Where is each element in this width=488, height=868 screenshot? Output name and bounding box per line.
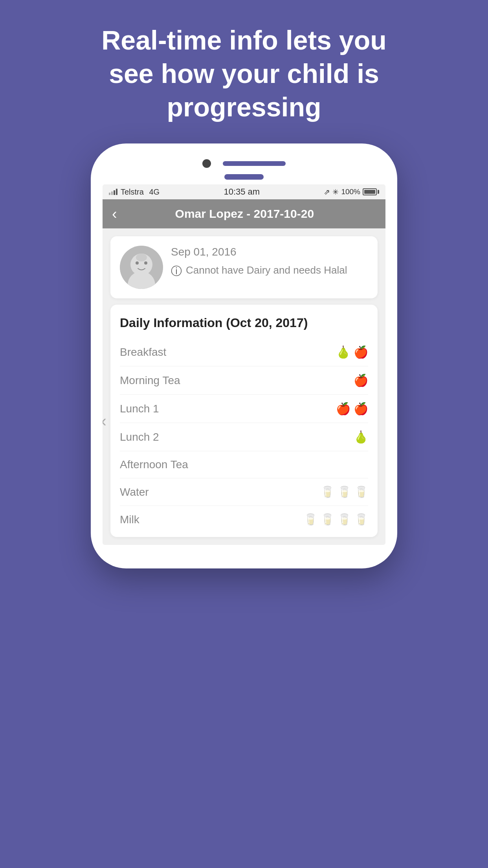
signal-bar-3 [114,190,115,195]
meal-row-breakfast[interactable]: Breakfast 🍐 🍎 [120,338,368,366]
meal-icons-water: 🥛 🥛 🥛 [321,485,368,498]
meal-label-afternoon-tea: Afternoon Tea [120,458,188,471]
meal-icons-milk: 🥛 🥛 🥛 🥛 [304,513,368,526]
battery-icon [363,188,379,195]
food-icon-apple: 🍎 [354,345,368,359]
daily-title: Daily Information (Oct 20, 2017) [120,316,368,330]
food-icon-pear-2: 🍐 [354,430,368,444]
food-icon-apple-2: 🍎 [354,373,368,387]
meal-row-lunch1[interactable]: Lunch 1 🍎 🍎 [120,395,368,423]
side-chevron: ‹ [103,412,106,430]
cup-icon-3: 🥛 [354,485,368,498]
food-icon-pear: 🍐 [336,345,350,359]
phone-top [103,159,385,180]
hero-headline: Real-time info lets you see how your chi… [67,0,421,143]
cup-icon-2: 🥛 [338,485,351,498]
phone-camera-row [202,159,286,168]
back-button[interactable]: ‹ [112,206,117,221]
signal-bar-2 [111,191,113,195]
cup-icon-6: 🥛 [338,513,351,526]
phone-screen: Telstra 4G 10:35 am ⇗ ✳ 100% ‹ Omar Lope… [103,184,385,545]
cup-icon-1: 🥛 [321,485,334,498]
meal-label-water: Water [120,486,149,498]
battery-tip [378,190,379,194]
phone-home-bar [224,174,264,180]
meal-label-morning-tea: Morning Tea [120,374,180,387]
child-info-text: Sep 01, 2016 ⓘ Cannot have Dairy and nee… [171,246,347,279]
nav-title: Omar Lopez - 2017-10-20 [125,207,364,221]
phone-camera [202,159,211,168]
meal-row-lunch2[interactable]: Lunch 2 🍐 [120,423,368,451]
signal-bar-4 [116,189,117,195]
carrier-label: Telstra [121,188,144,197]
bluetooth-icon: ✳ [332,188,339,197]
child-alert: ⓘ Cannot have Dairy and needs Halal [171,263,347,279]
signal-bar-1 [109,193,110,195]
meal-icons-breakfast: 🍐 🍎 [336,345,368,359]
content-area: Sep 01, 2016 ⓘ Cannot have Dairy and nee… [103,228,385,545]
daily-info-card: ‹ Daily Information (Oct 20, 2017) Break… [110,305,378,537]
meal-icons-morning-tea: 🍎 [354,373,368,387]
nav-bar: ‹ Omar Lopez - 2017-10-20 [103,199,385,228]
child-avatar [120,246,163,289]
meal-label-lunch1: Lunch 1 [120,403,159,415]
cup-icon-5: 🥛 [321,513,334,526]
food-icon-apple-3: 🍎 [336,402,350,416]
phone-speaker [223,161,286,166]
battery-pct: 100% [341,188,360,196]
cup-icon-7: 🥛 [354,513,368,526]
battery-body [363,188,377,195]
meal-row-morning-tea[interactable]: Morning Tea 🍎 [120,366,368,395]
alert-icon: ⓘ [171,264,182,279]
meal-label-lunch2: Lunch 2 [120,431,159,443]
signal-bars [109,189,117,195]
status-right: ⇗ ✳ 100% [324,188,379,197]
svg-point-4 [144,261,147,265]
meal-row-water[interactable]: Water 🥛 🥛 🥛 [120,478,368,506]
status-left: Telstra 4G [109,188,160,197]
child-info-card: Sep 01, 2016 ⓘ Cannot have Dairy and nee… [110,236,378,298]
food-icon-apple-4: 🍎 [354,402,368,416]
arrow-icon: ⇗ [324,188,330,197]
meal-label-breakfast: Breakfast [120,346,166,359]
svg-point-5 [136,254,147,261]
meal-row-afternoon-tea[interactable]: Afternoon Tea [120,451,368,478]
baby-face-svg [120,246,163,289]
status-time: 10:35 am [224,187,260,197]
battery-fill [364,190,375,194]
status-bar: Telstra 4G 10:35 am ⇗ ✳ 100% [103,184,385,199]
meal-icons-lunch2: 🍐 [354,430,368,444]
child-dob: Sep 01, 2016 [171,246,347,258]
meal-label-milk: Milk [120,513,139,526]
meal-row-milk[interactable]: Milk 🥛 🥛 🥛 🥛 [120,506,368,533]
phone-mockup: Telstra 4G 10:35 am ⇗ ✳ 100% ‹ Omar Lope… [91,143,397,568]
alert-text: Cannot have Dairy and needs Halal [186,263,347,277]
meal-icons-lunch1: 🍎 🍎 [336,402,368,416]
network-label: 4G [149,188,160,197]
svg-point-3 [136,261,139,265]
cup-icon-4: 🥛 [304,513,317,526]
